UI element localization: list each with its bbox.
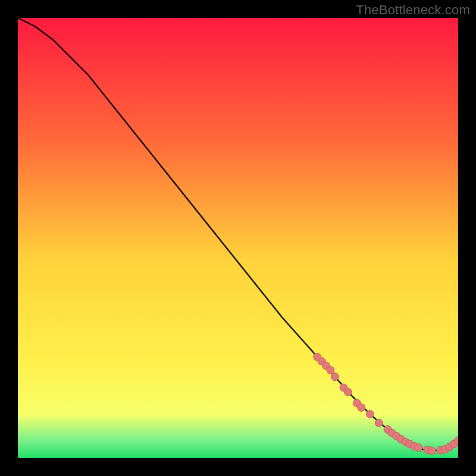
highlight-dot — [367, 411, 374, 418]
highlight-dot — [331, 373, 339, 381]
highlight-dot — [428, 447, 436, 455]
plot-area — [18, 18, 458, 458]
highlight-dot — [375, 419, 383, 427]
attribution-text: TheBottleneck.com — [356, 2, 470, 18]
chart-stage: TheBottleneck.com — [0, 0, 476, 476]
gradient-background — [18, 18, 458, 458]
highlight-dot — [415, 444, 422, 452]
chart-svg — [18, 18, 458, 458]
highlight-dot — [345, 389, 352, 396]
highlight-dot — [358, 403, 365, 411]
highlight-dot — [327, 367, 334, 374]
